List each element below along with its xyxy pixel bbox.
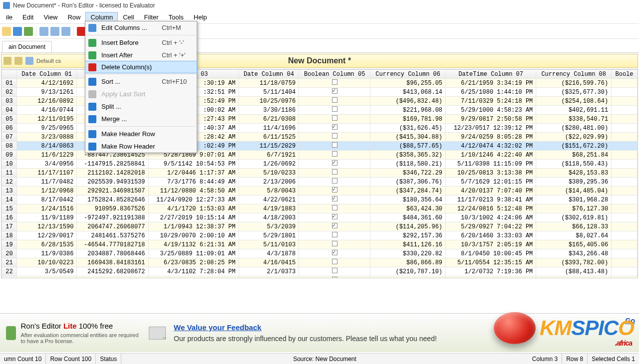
cell[interactable]: ($31,626.45): [370, 124, 446, 133]
cell[interactable]: -46544.7770182718: [77, 240, 148, 249]
cell[interactable]: 2064747.26068077: [77, 222, 148, 231]
table-row[interactable]: 1712/13/15902064747.260680771/1/0943 12:…: [2, 222, 638, 231]
cell[interactable]: 4/3/1878: [239, 249, 299, 258]
cell[interactable]: 8/14/0863: [17, 142, 77, 151]
cell[interactable]: $169,781.98: [370, 115, 446, 124]
cell[interactable]: 11/21/1698 7:17:09 AM: [148, 276, 239, 279]
cell[interactable]: 23: [2, 276, 17, 279]
table-row[interactable]: 131/12/0968292921.34698150711/12/0880 4:…: [2, 186, 638, 195]
cell[interactable]: 5/11/0554 12:35:15 AM: [446, 258, 536, 267]
cell[interactable]: 6/11/1070: [17, 276, 77, 279]
cell[interactable]: $343,266.48: [536, 249, 612, 258]
cell[interactable]: [299, 79, 370, 88]
cell[interactable]: 07: [2, 133, 17, 142]
cell[interactable]: 13: [2, 186, 17, 195]
cell[interactable]: 11: [2, 169, 17, 178]
tab-main-document[interactable]: ain Document: [2, 41, 52, 52]
cell[interactable]: 02: [2, 88, 17, 97]
cell[interactable]: [299, 231, 370, 240]
table-row[interactable]: 1812/29/00172481461.537527610/29/0070 2:…: [2, 231, 638, 240]
table-row[interactable]: 148/17/04421752824.8528264611/24/0920 12…: [2, 195, 638, 204]
cell[interactable]: [612, 276, 638, 279]
cell[interactable]: 16: [2, 213, 17, 222]
cell[interactable]: 1/26/0692: [239, 160, 299, 169]
cell[interactable]: 6/7/1921: [239, 151, 299, 160]
menu-item-merge-[interactable]: Merge ...: [85, 113, 197, 125]
checkbox[interactable]: [332, 124, 337, 130]
cell[interactable]: [299, 186, 370, 195]
cell[interactable]: 19: [2, 240, 17, 249]
cell[interactable]: 5/8/0043: [239, 186, 299, 195]
table-row[interactable]: 1611/9/1189-972497.9211913882/27/2019 10…: [2, 213, 638, 222]
cell[interactable]: 10/3/1002 4:24:06 AM: [446, 213, 536, 222]
save-icon[interactable]: [13, 27, 22, 36]
cell[interactable]: 1/12/0968: [17, 186, 77, 195]
cell[interactable]: 2025539.94931539: [77, 178, 148, 186]
cell[interactable]: 18: [2, 231, 17, 240]
menu-ile[interactable]: ile: [1, 12, 17, 22]
cell[interactable]: [299, 204, 370, 213]
cell[interactable]: $221,968.08: [370, 106, 446, 115]
cell[interactable]: [612, 195, 638, 204]
cell[interactable]: 6/20/1460 3:33:03 AM: [446, 231, 536, 240]
cell[interactable]: $346,722.29: [370, 169, 446, 178]
cell[interactable]: 6/21/1959 3:34:19 PM: [446, 79, 536, 88]
cell[interactable]: ($22,029.99): [536, 133, 612, 142]
cell[interactable]: [612, 204, 638, 213]
cell[interactable]: 4/19/1883: [239, 204, 299, 213]
view-icon[interactable]: [25, 57, 33, 65]
checkbox[interactable]: [332, 97, 337, 103]
cell[interactable]: [612, 142, 638, 151]
checkbox[interactable]: [332, 277, 337, 278]
cell[interactable]: [299, 106, 370, 115]
cell[interactable]: 5/7/1629 12:01:15 PM: [446, 178, 536, 186]
feedback-link[interactable]: We Value your Feedback: [174, 323, 262, 332]
cell[interactable]: 17: [2, 222, 17, 231]
cell[interactable]: [299, 124, 370, 133]
cell[interactable]: [612, 249, 638, 258]
checkbox[interactable]: [332, 88, 337, 94]
checkbox[interactable]: [332, 151, 337, 157]
menu-item-delete-column-s-[interactable]: Delete Column(s): [85, 61, 197, 73]
cell[interactable]: 10/3/1757 2:05:19 AM: [446, 240, 536, 249]
cell[interactable]: 6/11/1525: [239, 133, 299, 142]
cell[interactable]: 2481461.5375276: [77, 231, 148, 240]
checkbox[interactable]: [332, 79, 337, 85]
doc-icon-2[interactable]: [14, 57, 22, 65]
cell[interactable]: 11/18/0759: [239, 79, 299, 88]
cell[interactable]: 03: [2, 97, 17, 106]
cell[interactable]: 1443723.27902528: [77, 276, 148, 279]
cell[interactable]: ($88,577.65): [370, 142, 446, 151]
cell[interactable]: ($302,619.81): [536, 213, 612, 222]
cell[interactable]: 1/1/0943 12:38:37 PM: [148, 222, 239, 231]
table-row[interactable]: 196/28/1535-46544.77701827184/19/1132 6:…: [2, 240, 638, 249]
cell[interactable]: 5/11/0398 11:15:09 PM: [446, 160, 536, 169]
cell[interactable]: 1752824.85282646: [77, 195, 148, 204]
menu-item-insert-before[interactable]: Insert BeforeCtrl + '-': [85, 36, 197, 49]
checkbox[interactable]: [332, 106, 337, 112]
cell[interactable]: ($114,205.96): [370, 222, 446, 231]
cell[interactable]: 6/28/1535: [17, 240, 77, 249]
cell[interactable]: 11/9/1189: [17, 213, 77, 222]
cell[interactable]: 2034887.78068446: [77, 249, 148, 258]
cell[interactable]: [612, 115, 638, 124]
cell[interactable]: 4/20/0137 7:07:40 PM: [446, 186, 536, 195]
cell[interactable]: ($393,782.00): [536, 258, 612, 267]
cell[interactable]: 11/6/1229: [17, 151, 77, 160]
reload-icon[interactable]: [24, 27, 33, 36]
cell[interactable]: $165,405.06: [536, 240, 612, 249]
cell[interactable]: 11/24/0920 12:27:33 AM: [148, 195, 239, 204]
cell[interactable]: [612, 79, 638, 88]
cell[interactable]: [612, 169, 638, 178]
cell[interactable]: [299, 267, 370, 276]
cell[interactable]: 1669438.84183161: [77, 258, 148, 267]
cell[interactable]: ($386,602.82): [536, 276, 612, 279]
cell[interactable]: ($387,306.76): [370, 178, 446, 186]
cell[interactable]: 11/17/1107: [17, 169, 77, 178]
cell[interactable]: $76,127.30: [536, 204, 612, 213]
cell[interactable]: 09: [2, 151, 17, 160]
cell[interactable]: 11/7/0482: [17, 178, 77, 186]
cell[interactable]: [612, 106, 638, 115]
table-row[interactable]: 2011/9/03862034887.780684463/25/0889 11:…: [2, 249, 638, 258]
cell[interactable]: 12/13/1590: [17, 222, 77, 231]
